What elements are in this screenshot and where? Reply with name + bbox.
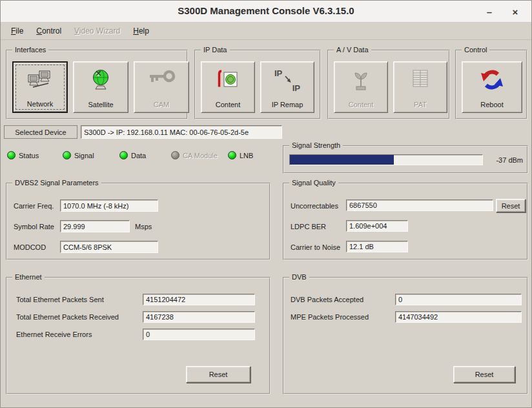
signal-quality-reset-button[interactable]: Reset [496, 199, 526, 212]
minimize-button[interactable]: – [481, 3, 498, 20]
pat-table-icon [394, 68, 447, 89]
symbol-rate-unit: Msps [135, 223, 152, 230]
eth-errors-value: 0 [143, 329, 255, 340]
group-interfaces: Interfaces Network [6, 50, 188, 119]
pat-button[interactable]: PAT [393, 61, 447, 113]
menu-video-wizard: Video Wizard [68, 24, 127, 38]
led-ca-module-label: CA Module [183, 152, 218, 159]
signal-strength-bar [289, 154, 483, 165]
group-dvb-title: DVB [289, 273, 309, 281]
group-ip-data-title: IP Data [201, 46, 230, 54]
ip-remap-icon: IP IP [261, 68, 314, 93]
reboot-icon [462, 68, 522, 92]
window-title: S300D Management Console V6.3.15.0 [1, 5, 531, 16]
group-ethernet: Ethernet Total Ethernet Packets Sent 415… [6, 277, 271, 394]
av-content-button[interactable]: Content [334, 61, 388, 113]
ip-content-icon [201, 68, 254, 90]
av-content-button-label: Content [349, 101, 374, 108]
eth-sent-value: 4151204472 [143, 294, 255, 305]
ldpc-ber-label: LDPC BER [291, 223, 326, 230]
cam-button-label: CAM [154, 101, 169, 108]
uncorrectables-value: 6867550 [346, 199, 493, 211]
carrier-freq-label: Carrier Freq. [14, 202, 54, 210]
led-lnb-label: LNB [240, 152, 253, 159]
menubar: File Control Video Wizard Help [1, 23, 531, 40]
menu-control[interactable]: Control [30, 24, 68, 38]
satellite-button-label: Satellite [88, 101, 113, 108]
ip-remap-button-label: IP Remap [272, 101, 303, 108]
ca-module-led-icon [171, 151, 179, 159]
data-led-icon [119, 151, 128, 159]
ip-content-button[interactable]: Content [201, 61, 255, 113]
ethernet-reset-button[interactable]: Reset [186, 366, 251, 383]
key-icon [134, 68, 189, 90]
group-dvb: DVB DVB Packets Accepted 0 MPE Packets P… [283, 277, 528, 394]
modcod-value: CCM-5/6 8PSK [60, 241, 158, 253]
cam-button[interactable]: CAM [134, 61, 189, 113]
group-av-data: A / V Data Content [327, 50, 450, 119]
group-dvbs2-title: DVBS2 Signal Parameters [12, 179, 101, 187]
group-ethernet-title: Ethernet [12, 273, 45, 281]
app-window: S300D Management Console V6.3.15.0 – × F… [0, 0, 532, 408]
led-data-label: Data [131, 152, 146, 159]
ip-remap-glyph-bottom: IP [292, 83, 300, 93]
menu-help[interactable]: Help [127, 24, 156, 38]
selected-device-label: Selected Device [4, 125, 77, 139]
group-av-data-title: A / V Data [334, 46, 371, 54]
group-signal-quality: Signal Quality Uncorrectables 6867550 Re… [283, 183, 528, 260]
eth-errors-label: Ethernet Receive Errors [16, 331, 92, 338]
group-dvbs2: DVBS2 Signal Parameters Carrier Freq. 10… [6, 183, 271, 260]
signal-strength-fill [290, 155, 394, 165]
ip-content-button-label: Content [216, 101, 241, 108]
signal-led-icon [63, 151, 71, 159]
led-ca-module: CA Module [171, 151, 218, 159]
menu-file[interactable]: File [5, 24, 30, 38]
dvb-accepted-value: 0 [395, 294, 522, 305]
carrier-to-noise-label: Carrier to Noise [291, 243, 340, 251]
network-icon [14, 69, 66, 92]
status-led-icon [7, 151, 15, 159]
ip-remap-button[interactable]: IP IP IP Remap [260, 61, 314, 113]
mpe-processed-label: MPE Packets Processed [291, 313, 369, 321]
group-signal-strength: Signal Strength -37 dBm [283, 145, 528, 174]
group-signal-quality-title: Signal Quality [289, 179, 338, 187]
close-button[interactable]: × [507, 3, 524, 20]
symbol-rate-label: Symbol Rate [14, 223, 54, 230]
reboot-button-label: Reboot [480, 101, 503, 108]
reboot-button[interactable]: Reboot [462, 61, 522, 113]
signal-strength-value: -37 dBm [496, 154, 523, 165]
ldpc-ber-value: 1.609e+004 [346, 220, 408, 232]
titlebar: S300D Management Console V6.3.15.0 – × [1, 1, 531, 23]
group-ip-data: IP Data Content IP [194, 50, 321, 119]
pat-button-label: PAT [414, 101, 427, 108]
eth-received-value: 4167238 [143, 311, 255, 323]
control-buttons: Reboot [462, 61, 522, 113]
group-control: Control Reboot [455, 50, 527, 119]
av-data-buttons: Content PAT [334, 61, 447, 113]
eth-sent-label: Total Ethernet Packets Sent [16, 296, 104, 303]
led-signal: Signal [63, 151, 94, 159]
carrier-to-noise-value: 12.1 dB [346, 241, 408, 252]
satellite-globe-icon [74, 68, 128, 93]
dvb-accepted-label: DVB Packets Accepted [291, 296, 363, 303]
led-data: Data [119, 151, 146, 159]
av-content-icon [334, 68, 387, 92]
satellite-button[interactable]: Satellite [73, 61, 128, 113]
led-signal-label: Signal [74, 152, 94, 159]
network-button-label: Network [27, 100, 53, 108]
eth-received-label: Total Ethernet Packets Received [16, 313, 119, 321]
selected-device-value: S300D -> IP: 192.168.0.11 MAC: 00-06-76-… [81, 125, 282, 139]
dvb-reset-button[interactable]: Reset [453, 366, 515, 383]
group-control-title: Control [462, 46, 489, 54]
led-lnb: LNB [228, 151, 253, 159]
group-signal-strength-title: Signal Strength [289, 141, 343, 150]
led-status: Status [7, 151, 39, 159]
uncorrectables-label: Uncorrectables [291, 202, 338, 210]
interfaces-buttons: Network Satellite [12, 61, 189, 113]
mpe-processed-value: 4147034492 [395, 311, 522, 323]
symbol-rate-value: 29.999 [60, 220, 130, 232]
group-interfaces-title: Interfaces [12, 46, 48, 54]
modcod-label: MODCOD [14, 243, 46, 251]
network-button[interactable]: Network [12, 61, 68, 113]
led-status-label: Status [19, 152, 39, 159]
